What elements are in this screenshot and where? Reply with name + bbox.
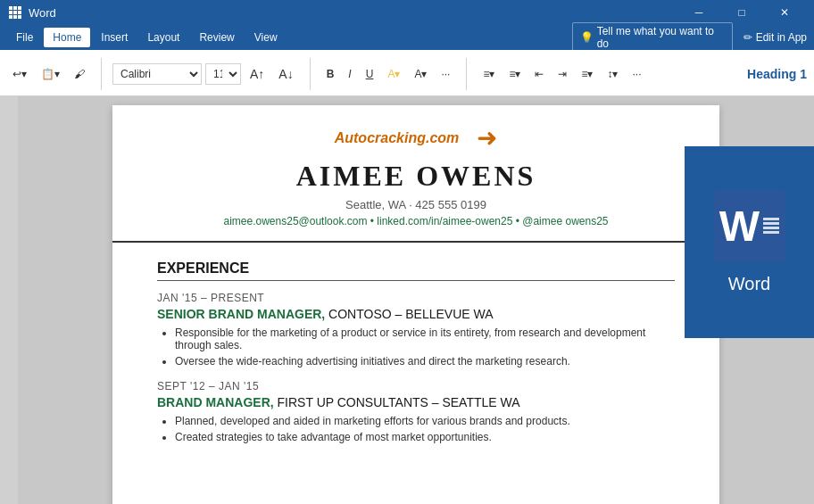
decrease-indent-button[interactable]: ⇤ — [529, 65, 549, 83]
tell-me-text: Tell me what you want to do — [597, 25, 725, 50]
sep2 — [310, 58, 311, 90]
undo-group: ↩▾ 📋▾ 🖌 — [7, 65, 90, 83]
ribbon: ↩▾ 📋▾ 🖌 Calibri 11 A↑ A↓ B I U A▾ A▾ ···… — [0, 50, 814, 96]
job2-title: BRAND MANAGER, FIRST UP CONSULTANTS – SE… — [157, 395, 675, 409]
font-color-button[interactable]: A▾ — [409, 65, 432, 83]
job2-bullets: Planned, developed and aided in marketin… — [157, 415, 675, 443]
word-w-letter: W — [719, 202, 760, 251]
word-icon-box: W — [714, 190, 785, 261]
sep3 — [466, 58, 467, 90]
resume-location: Seattle, WA · 425 555 0199 — [148, 198, 684, 211]
edit-in-app-btn[interactable]: ✏ Edit in App — [743, 31, 807, 44]
watermark-text: Autocracking.com — [335, 130, 460, 146]
job1-title: SENIOR BRAND MANAGER, CONTOSO – BELLEVUE… — [157, 307, 675, 321]
word-overlay-label: Word — [728, 274, 770, 294]
job2-title-rest: FIRST UP CONSULTANTS – SEATTLE WA — [274, 395, 520, 409]
menu-review[interactable]: Review — [190, 28, 243, 47]
job1-title-bold: SENIOR BRAND MANAGER, — [157, 307, 325, 321]
menu-home[interactable]: Home — [44, 28, 90, 47]
app-window: Word ─ □ ✕ File Home Insert Layout Revie… — [0, 0, 814, 504]
job1-bullets: Responsible for the marketing of a produ… — [157, 326, 675, 368]
line-spacing-button[interactable]: ↕▾ — [602, 65, 623, 83]
job2-title-bold: BRAND MANAGER, — [157, 395, 274, 409]
numbering-button[interactable]: ≡▾ — [503, 65, 526, 83]
more-format-button[interactable]: ··· — [436, 65, 455, 83]
format-group: B I U A▾ A▾ ··· — [321, 65, 456, 83]
menu-view[interactable]: View — [245, 28, 287, 47]
arrow-icon: ➜ — [477, 123, 497, 153]
sep1 — [101, 58, 102, 90]
menu-bar: File Home Insert Layout Review View 💡 Te… — [0, 25, 814, 50]
increase-indent-button[interactable]: ⇥ — [552, 65, 572, 83]
word-icon-overlay: W Word — [685, 146, 814, 338]
menu-insert[interactable]: Insert — [92, 28, 137, 47]
resume-body: EXPERIENCE JAN '15 – PRESENT SENIOR BRAN… — [112, 243, 719, 474]
job2-date: SEPT '12 – JAN '15 — [157, 380, 675, 392]
close-button[interactable]: ✕ — [764, 0, 805, 25]
grid-icon — [9, 6, 21, 19]
word-lines — [763, 218, 779, 234]
job1-bullet-2: Oversee the wide-reaching advertising in… — [175, 355, 675, 368]
edit-in-app-label: Edit in App — [756, 31, 807, 44]
document-page: Autocracking.com ➜ AIMEE OWENS Seattle, … — [112, 105, 719, 504]
resume-name: AIMEE OWENS — [148, 160, 684, 193]
highlight-button[interactable]: A▾ — [382, 65, 405, 83]
pencil-icon: ✏ — [743, 31, 752, 44]
align-button[interactable]: ≡▾ — [576, 65, 598, 83]
menu-file[interactable]: File — [7, 28, 42, 47]
experience-section-title: EXPERIENCE — [157, 260, 675, 281]
bold-button[interactable]: B — [321, 65, 340, 83]
paragraph-group: ≡▾ ≡▾ ⇤ ⇥ ≡▾ ↕▾ ··· — [478, 65, 646, 83]
app-title: Word — [29, 6, 56, 20]
heading-style-label[interactable]: Heading 1 — [747, 67, 807, 81]
title-bar: Word ─ □ ✕ — [0, 0, 814, 25]
underline-button[interactable]: U — [361, 65, 379, 83]
italic-button[interactable]: I — [343, 65, 356, 83]
font-size-select[interactable]: 11 — [205, 63, 241, 85]
job1-date: JAN '15 – PRESENT — [157, 292, 675, 304]
minimize-button[interactable]: ─ — [678, 0, 719, 25]
more-paragraph-button[interactable]: ··· — [627, 65, 646, 83]
font-family-select[interactable]: Calibri — [112, 63, 202, 85]
content-area: W Word Autocracking.com — [0, 96, 814, 504]
job1-title-rest: CONTOSO – BELLEVUE WA — [325, 307, 493, 321]
job2-bullet-1: Planned, developed and aided in marketin… — [175, 415, 675, 427]
lightbulb-icon: 💡 — [580, 31, 594, 44]
tell-me-input[interactable]: 💡 Tell me what you want to do — [572, 22, 733, 53]
word-logo: W — [719, 202, 779, 251]
decrease-font-button[interactable]: A↓ — [273, 64, 298, 84]
tell-me-area: 💡 Tell me what you want to do ✏ Edit in … — [572, 22, 807, 53]
window-controls: ─ □ ✕ — [678, 0, 805, 25]
bullets-button[interactable]: ≡▾ — [478, 65, 500, 83]
left-ruler — [0, 96, 18, 504]
increase-font-button[interactable]: A↑ — [245, 64, 270, 84]
resume-header: Autocracking.com ➜ AIMEE OWENS Seattle, … — [112, 105, 719, 243]
font-group: Calibri 11 A↑ A↓ — [112, 63, 299, 85]
job1-bullet-1: Responsible for the marketing of a produ… — [175, 326, 675, 351]
menu-layout[interactable]: Layout — [138, 28, 188, 47]
job2-bullet-2: Created strategies to take advantage of … — [175, 431, 675, 443]
app-grid-button[interactable] — [9, 6, 21, 19]
watermark-area: Autocracking.com ➜ — [148, 123, 684, 153]
clipboard-button[interactable]: 📋▾ — [36, 65, 65, 83]
undo-button[interactable]: ↩▾ — [7, 65, 32, 83]
resume-contact: aimee.owens25@outlook.com • linked.com/i… — [148, 215, 684, 227]
format-painter-button[interactable]: 🖌 — [69, 65, 90, 83]
maximize-button[interactable]: □ — [721, 0, 762, 25]
